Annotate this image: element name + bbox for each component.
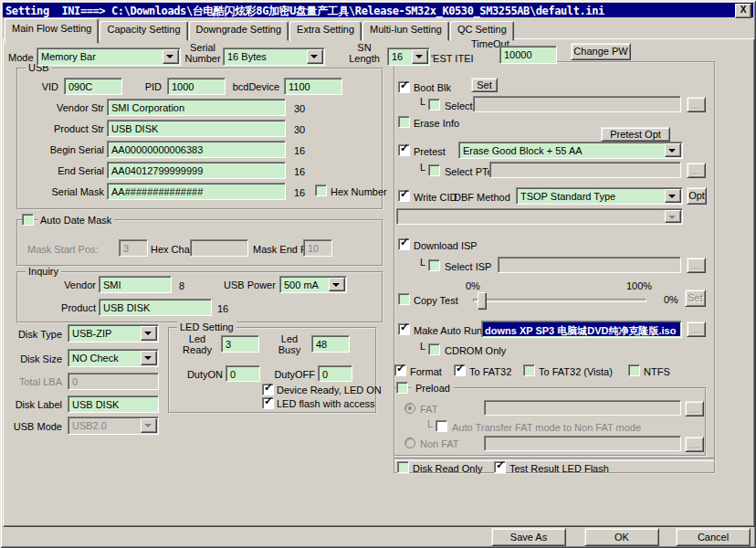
chevron-down-icon[interactable]	[163, 49, 179, 64]
chevron-down-icon[interactable]	[141, 351, 157, 365]
end-serial-label: End Serial	[16, 165, 104, 176]
usb-power-select[interactable]: 500 mA	[279, 276, 347, 293]
bcddevice-field[interactable]: 1100	[284, 78, 342, 95]
close-button[interactable]: X	[735, 4, 751, 18]
chevron-down-icon[interactable]	[412, 49, 428, 64]
preload-checkbox[interactable]	[396, 382, 408, 394]
sn-length-select[interactable]: 16	[387, 47, 430, 66]
chevron-down-icon	[665, 210, 681, 223]
pretest-opt-button[interactable]: Pretest Opt	[601, 127, 670, 142]
led-flash-label: LED flash with access	[277, 398, 375, 409]
disk-size-select[interactable]: NO Check	[68, 349, 159, 367]
copy-test-slider-thumb[interactable]	[478, 292, 487, 310]
tab-downgrade-setting[interactable]: Downgrade Setting	[189, 21, 289, 41]
boot-blk-set-button[interactable]: Set	[471, 78, 498, 92]
led-flash-checkbox[interactable]: ✓	[262, 397, 274, 409]
chevron-down-icon[interactable]	[307, 49, 323, 64]
write-cid-checkbox[interactable]: ✓	[398, 190, 410, 202]
disk-type-select[interactable]: USB-ZIP	[68, 324, 159, 342]
chevron-down-icon	[141, 418, 157, 433]
copy-test-slider-track[interactable]	[473, 299, 646, 302]
inquiry-product-field[interactable]: USB DISK	[99, 299, 212, 316]
led-ready-field[interactable]: 3	[221, 335, 259, 353]
select-boot-checkbox[interactable]	[428, 99, 440, 111]
test-result-led-checkbox[interactable]: ✓	[494, 461, 506, 473]
device-ready-label: Device Ready, LED ON	[277, 385, 382, 395]
pid-field[interactable]: 1000	[167, 78, 226, 95]
hex-char-field[interactable]	[190, 239, 248, 257]
boot-blk-checkbox[interactable]: ✓	[398, 81, 410, 93]
select-ptest-browse-button: ....	[687, 163, 706, 178]
auto-date-mask-checkbox[interactable]	[22, 214, 34, 226]
vid-field[interactable]: 090C	[64, 78, 122, 95]
select-ptest-checkbox[interactable]	[428, 164, 440, 176]
to-fat32-checkbox[interactable]: ✓	[454, 364, 466, 376]
title-bar: Setting INI===> C:\Downloads\台电酷闪炫彩8G加密U…	[3, 3, 753, 17]
pretest-select[interactable]: Erase Good Block + 55 AA	[458, 142, 683, 159]
check-icon: ✓	[456, 363, 465, 374]
chevron-down-icon[interactable]	[329, 278, 345, 291]
product-str-field[interactable]: USB DISK	[107, 120, 286, 137]
dutyoff-field[interactable]: 0	[318, 365, 352, 382]
check-icon: ✓	[396, 363, 405, 374]
download-isp-checkbox[interactable]: ✓	[398, 238, 410, 250]
led-busy-label2: Busy	[271, 344, 308, 355]
tab-multi-lun-setting[interactable]: Multi-lun Setting	[362, 21, 449, 41]
end-serial-field[interactable]: AA04012799999999	[107, 162, 286, 179]
check-icon: ✓	[400, 79, 409, 91]
save-as-button[interactable]: Save As	[491, 528, 566, 546]
dutyon-field[interactable]: 0	[226, 365, 260, 382]
check-icon: ✓	[264, 395, 273, 407]
cid-opt-button[interactable]: Opt	[687, 187, 707, 205]
disk-type-label: Disk Type	[4, 329, 62, 340]
to-fat32-vista-label: To FAT32 (Vista)	[539, 366, 613, 377]
check-icon: ✓	[400, 142, 409, 154]
usb-mode-select: USB2.0	[68, 416, 159, 435]
begin-serial-field[interactable]: AA00000000006383	[107, 141, 286, 158]
auto-run-browse-button[interactable]: ....	[687, 321, 706, 337]
serial-mask-field[interactable]: AA##############	[107, 183, 286, 200]
select-ptest-path-field	[489, 162, 681, 178]
cdrom-only-checkbox[interactable]	[428, 343, 440, 355]
check-icon: ✓	[400, 321, 409, 333]
select-isp-checkbox[interactable]	[428, 259, 440, 271]
cdrom-only-label: CDROM Only	[445, 345, 506, 356]
disk-read-only-checkbox[interactable]	[397, 461, 409, 473]
tab-main-flow-setting[interactable]: Main Flow Setting	[5, 18, 99, 44]
pretest-checkbox[interactable]: ✓	[398, 144, 410, 156]
format-checkbox[interactable]: ✓	[394, 364, 406, 376]
select-boot-browse-button: ....	[687, 97, 706, 112]
copy-test-label: Copy Test	[414, 295, 458, 306]
download-isp-label: Download ISP	[414, 240, 478, 251]
disk-label-field[interactable]: USB DISK	[68, 395, 159, 413]
cid-extra-select	[396, 208, 683, 225]
ok-button[interactable]: OK	[584, 528, 659, 546]
dbf-method-select[interactable]: TSOP Standard Type	[516, 187, 683, 205]
copy-test-checkbox[interactable]	[398, 293, 410, 305]
timeout-field[interactable]: 10000	[499, 46, 557, 64]
chevron-down-icon[interactable]	[141, 326, 157, 341]
auto-run-file-field[interactable]: downs XP SP3 电脑城DVD纯净克隆版.iso	[481, 321, 682, 338]
select-isp-path-field	[498, 257, 681, 273]
hex-number-checkbox[interactable]	[315, 184, 327, 196]
cancel-button[interactable]: Cancel	[676, 528, 751, 546]
erase-info-checkbox[interactable]	[398, 116, 410, 128]
chevron-down-icon[interactable]	[665, 143, 681, 157]
product-str-count: 30	[294, 124, 305, 135]
serial-number-select[interactable]: 16 Bytes	[223, 47, 325, 66]
ntfs-checkbox[interactable]	[628, 364, 640, 376]
tab-extra-setting[interactable]: Extra Setting	[289, 21, 362, 41]
make-auto-run-checkbox[interactable]: ✓	[398, 323, 410, 335]
disk-size-label: Disk Size	[4, 353, 62, 364]
tab-capacity-setting[interactable]: Capacity Setting	[100, 21, 187, 41]
inquiry-vendor-field[interactable]: SMI	[99, 276, 172, 293]
vendor-str-field[interactable]: SMI Corporation	[107, 99, 286, 116]
to-fat32-vista-checkbox[interactable]	[523, 364, 535, 376]
chevron-down-icon[interactable]	[665, 189, 681, 203]
dutyoff-label: DutyOFF	[267, 369, 315, 380]
mode-select[interactable]: Memory Bar	[37, 47, 181, 66]
select-isp-label: Select ISP	[445, 261, 491, 272]
led-busy-field[interactable]: 48	[311, 335, 350, 353]
change-pw-button[interactable]: Change PW	[571, 43, 631, 60]
led-setting-title: LED Setting	[177, 321, 236, 333]
